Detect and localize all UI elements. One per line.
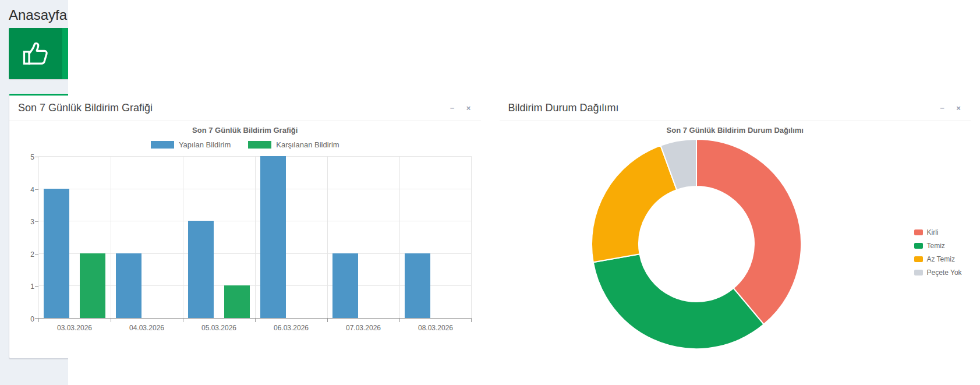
- legend-label: Peçete Yok: [927, 269, 962, 277]
- x-axis-tick: [38, 319, 39, 322]
- legend-swatch: [151, 141, 174, 149]
- x-axis-tick: [327, 319, 328, 322]
- minimize-button[interactable]: −: [446, 101, 459, 114]
- bar-03.03.2026-Yapılan Bildirim: [44, 189, 69, 318]
- donut-chart-title: Son 7 Günlük Bildirim Durum Dağılımı: [505, 126, 965, 135]
- stat-card-bildirimler: BILDIRIMLER 0 Bugün: [9, 28, 236, 79]
- stat-card-content: KARŞILANMAYAN BILDIRIMLER 0 Bugün 1 Saat…: [307, 28, 482, 79]
- legend-label: Kirli: [927, 228, 939, 236]
- bar-03.03.2026-Karşılanan Bildirim: [80, 253, 105, 318]
- stat-card-progress: [313, 60, 475, 61]
- legend-label: Temiz: [927, 242, 945, 250]
- gridline: [183, 157, 183, 318]
- legend-item[interactable]: Karşılanan Bildirim: [248, 140, 339, 149]
- stat-card-progress: [803, 60, 964, 61]
- legend-swatch: [248, 141, 271, 149]
- bar-chart-x-axis-labels: 03.03.202604.03.202605.03.202606.03.2026…: [38, 324, 472, 332]
- stat-card-content: SORUMLUSU BULUNAN AKTIF LOKASYONLAR 555 …: [797, 28, 971, 79]
- x-axis-tick: [255, 319, 256, 322]
- y-axis-label: 5: [30, 153, 34, 161]
- bar-05.03.2026-Karşılanan Bildirim: [224, 285, 250, 318]
- panel-header: Son 7 Günlük Bildirim Grafiği − ×: [9, 96, 481, 121]
- legend-item[interactable]: Kirli: [914, 228, 962, 236]
- donut-chart: [588, 136, 805, 352]
- y-axis-label: 2: [30, 250, 34, 259]
- y-axis-label: 4: [30, 186, 34, 194]
- bar-08.03.2026-Yapılan Bildirim: [405, 253, 430, 318]
- close-button[interactable]: ×: [462, 101, 475, 114]
- x-axis-tick: [183, 319, 183, 322]
- legend-item[interactable]: Peçete Yok: [914, 269, 962, 277]
- panel-bar-chart: Son 7 Günlük Bildirim Grafiği − × Son 7 …: [9, 94, 482, 359]
- y-axis-label: 3: [30, 218, 34, 226]
- x-axis-tick: [471, 319, 472, 322]
- legend-label: Karşılanan Bildirim: [276, 140, 339, 149]
- stat-card-content: AKTIF LOKASYONLAR 901 Aktif Lokasyon Say…: [553, 28, 727, 79]
- gridline: [399, 157, 400, 318]
- minimize-button[interactable]: −: [936, 101, 949, 114]
- x-axis-label: 05.03.2026: [183, 324, 255, 332]
- legend-label: Yapılan Bildirim: [179, 140, 231, 149]
- bar-07.03.2026-Yapılan Bildirim: [332, 253, 358, 318]
- x-axis-label: 03.03.2026: [38, 324, 111, 332]
- legend-swatch: [914, 243, 923, 249]
- x-axis-label: 08.03.2026: [399, 324, 472, 332]
- donut-slice-Kirli: [696, 139, 801, 324]
- panel-body: Son 7 Günlük Bildirim Grafiği Yapılan Bi…: [9, 121, 481, 358]
- panel-donut-chart: Bildirim Durum Dağılımı − × Son 7 Günlük…: [499, 94, 972, 359]
- x-axis-tick: [111, 319, 111, 322]
- legend-item[interactable]: Temiz: [914, 242, 962, 250]
- donut-slice-Az Temiz: [592, 146, 677, 262]
- gridline: [471, 157, 472, 318]
- x-axis-label: 06.03.2026: [255, 324, 327, 332]
- legend-swatch: [914, 256, 923, 262]
- bar-05.03.2026-Yapılan Bildirim: [188, 221, 214, 318]
- gridline: [111, 157, 111, 318]
- donut-chart-legend: KirliTemizAz TemizPeçete Yok: [914, 228, 962, 282]
- bar-chart-title: Son 7 Günlük Bildirim Grafiği: [15, 126, 475, 135]
- legend-item[interactable]: Az Temiz: [914, 255, 962, 263]
- stat-card-progress: [68, 60, 229, 61]
- stat-cards-row: BILDIRIMLER 0 Bugün KARŞILANMAYAN BILDIR…: [9, 28, 971, 79]
- gridline: [327, 157, 328, 318]
- x-axis-label: 04.03.2026: [111, 324, 183, 332]
- y-axis-label: 0: [30, 315, 34, 323]
- panel-tools: − ×: [936, 101, 965, 114]
- donut-slice-Temiz: [593, 254, 763, 349]
- panel-title: Son 7 Günlük Bildirim Grafiği: [18, 102, 153, 114]
- legend-item[interactable]: Yapılan Bildirim: [151, 140, 231, 149]
- stat-card-progress: [558, 60, 720, 61]
- bar-chart: 012345 03.03.202604.03.202605.03.202606.…: [38, 157, 472, 332]
- bar-chart-plot-area: 012345: [38, 157, 472, 319]
- close-button[interactable]: ×: [952, 101, 965, 114]
- legend-swatch: [914, 270, 923, 275]
- panel-body: Son 7 Günlük Bildirim Durum Dağılımı Kir…: [500, 121, 971, 358]
- panel-header: Bildirim Durum Dağılımı − ×: [500, 96, 971, 121]
- bar-06.03.2026-Yapılan Bildirim: [260, 156, 286, 318]
- bar-04.03.2026-Yapılan Bildirim: [116, 253, 141, 318]
- panel-title: Bildirim Durum Dağılımı: [508, 102, 619, 114]
- y-axis-label: 1: [30, 282, 34, 291]
- gridline: [38, 157, 39, 318]
- stat-card-content: BILDIRIMLER 0 Bugün: [62, 28, 236, 79]
- bar-chart-legend: Yapılan BildirimKarşılanan Bildirim: [15, 140, 475, 149]
- x-axis-tick: [399, 319, 400, 322]
- legend-label: Az Temiz: [927, 255, 955, 263]
- legend-swatch: [914, 229, 923, 235]
- gridline: [255, 157, 256, 318]
- x-axis-label: 07.03.2026: [327, 324, 399, 332]
- thumbs-up-icon: [9, 28, 62, 79]
- panel-tools: − ×: [446, 101, 475, 114]
